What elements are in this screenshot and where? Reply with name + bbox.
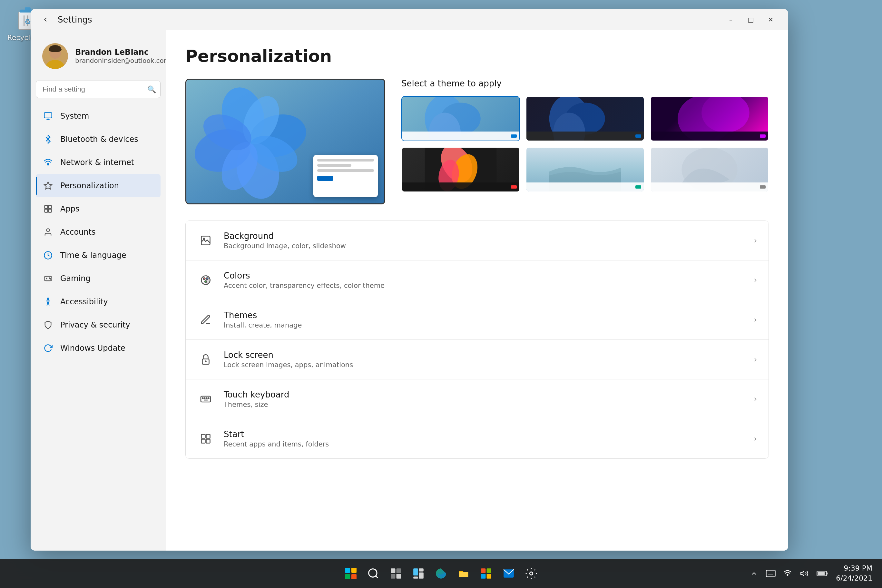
theme-selector-title: Select a theme to apply (401, 79, 769, 88)
volume-icon[interactable] (798, 568, 810, 579)
colors-title: Colors (224, 271, 744, 280)
svg-point-60 (205, 281, 207, 283)
sidebar-item-bluetooth[interactable]: Bluetooth & devices (36, 128, 160, 151)
sidebar-item-privacy[interactable]: Privacy & security (36, 314, 160, 336)
sidebar-item-apps[interactable]: Apps (36, 197, 160, 220)
privacy-icon (42, 319, 54, 331)
battery-icon[interactable] (815, 568, 830, 579)
sidebar-item-time[interactable]: Time & language (36, 244, 160, 267)
settings-item-background[interactable]: Background Background image, color, slid… (186, 221, 768, 261)
sidebar-item-update[interactable]: Windows Update (36, 336, 160, 360)
theme-card-win11-dark[interactable] (526, 96, 644, 141)
sidebar-item-label: Accounts (60, 228, 95, 237)
svg-rect-86 (396, 574, 401, 579)
start-title: Start (224, 429, 744, 439)
start-button[interactable] (342, 565, 359, 582)
back-button[interactable] (38, 13, 52, 27)
sidebar-item-accounts[interactable]: Accounts (36, 220, 160, 244)
lock-screen-chevron: › (754, 355, 757, 364)
sidebar-item-network[interactable]: Network & internet (36, 151, 160, 174)
theme-card-abstract[interactable] (650, 147, 769, 192)
lock-screen-title: Lock screen (224, 350, 744, 360)
sidebar-item-label: System (60, 111, 89, 121)
svg-point-104 (787, 574, 788, 575)
theme-selector: Select a theme to apply (401, 79, 769, 192)
taskbar-settings-button[interactable] (523, 565, 540, 582)
svg-rect-18 (45, 206, 48, 208)
settings-item-colors[interactable]: Colors Accent color, transparency effect… (186, 261, 768, 300)
close-button[interactable]: ✕ (761, 12, 780, 27)
wifi-icon[interactable] (782, 568, 794, 579)
theme-card-purple[interactable] (650, 96, 769, 141)
sidebar-item-label: Windows Update (60, 344, 125, 352)
taskbar-clock[interactable]: 9:39 PM 6/24/2021 (836, 564, 872, 584)
user-profile[interactable]: Brandon LeBlanc brandoninsider@outlook.c… (36, 38, 160, 74)
svg-rect-91 (481, 568, 486, 573)
lock-screen-icon (197, 351, 214, 368)
maximize-button[interactable]: □ (741, 12, 760, 27)
colors-desc: Accent color, transparency effects, colo… (224, 282, 744, 290)
keyboard-tray-icon (765, 568, 777, 579)
start-text: Start Recent apps and items, folders (224, 429, 744, 448)
svg-point-71 (206, 398, 207, 399)
theme-section: Select a theme to apply (185, 79, 769, 204)
svg-point-56 (203, 238, 205, 240)
svg-rect-21 (48, 209, 51, 212)
sidebar-item-label: Gaming (60, 274, 91, 283)
theme-card-floral[interactable] (401, 147, 520, 192)
themes-text: Themes Install, create, manage (224, 310, 744, 329)
sidebar-item-gaming[interactable]: Gaming (36, 267, 160, 290)
start-desc: Recent apps and items, folders (224, 440, 744, 448)
svg-rect-73 (201, 435, 206, 438)
svg-point-72 (208, 398, 209, 399)
svg-rect-78 (351, 568, 357, 573)
colors-chevron: › (754, 276, 757, 285)
background-chevron: › (754, 236, 757, 245)
svg-line-82 (375, 576, 378, 578)
nav-list: System Bluetooth & devices (36, 105, 160, 360)
desktop: ♻ Recycle Bin Settings – □ ✕ (0, 0, 882, 588)
time-icon (42, 249, 54, 261)
taskbar-right: 9:39 PM 6/24/2021 (748, 564, 872, 584)
sidebar-item-label: Personalization (60, 181, 119, 190)
start-chevron: › (754, 434, 757, 443)
accounts-icon (42, 226, 54, 238)
minimize-button[interactable]: – (721, 12, 741, 27)
widgets-button[interactable] (410, 565, 427, 582)
svg-rect-63 (201, 396, 210, 402)
svg-point-16 (47, 164, 49, 165)
settings-item-lock-screen[interactable]: Lock screen Lock screen images, apps, an… (186, 340, 768, 380)
svg-rect-87 (413, 568, 418, 575)
settings-item-themes[interactable]: Themes Install, create, manage › (186, 300, 768, 340)
sidebar-item-label: Accessibility (60, 297, 108, 306)
mail-button[interactable] (500, 565, 517, 582)
touch-keyboard-desc: Themes, size (224, 401, 744, 408)
svg-rect-74 (206, 435, 210, 438)
svg-rect-77 (345, 568, 350, 573)
sidebar-item-label: Network & internet (60, 158, 134, 167)
settings-window: Settings – □ ✕ (31, 9, 788, 550)
settings-item-touch-keyboard[interactable]: Touch keyboard Themes, size › (186, 380, 768, 419)
sidebar-item-personalization[interactable]: Personalization (36, 174, 160, 197)
svg-rect-84 (396, 568, 401, 573)
svg-point-69 (202, 398, 203, 399)
store-button[interactable] (478, 565, 495, 582)
search-input[interactable] (36, 81, 160, 98)
theme-card-water[interactable] (526, 147, 644, 192)
task-view-button[interactable] (387, 565, 404, 582)
personalization-icon (42, 180, 54, 192)
taskbar-search-button[interactable] (365, 565, 382, 582)
background-title: Background (224, 231, 744, 241)
colors-text: Colors Accent color, transparency effect… (224, 271, 744, 290)
apps-icon (42, 203, 54, 215)
tray-overflow-button[interactable] (748, 568, 760, 579)
file-explorer-button[interactable] (455, 565, 472, 582)
sidebar-item-system[interactable]: System (36, 105, 160, 128)
settings-item-start[interactable]: Start Recent apps and items, folders › (186, 419, 768, 458)
svg-rect-92 (487, 568, 491, 573)
theme-card-win11-light[interactable] (401, 96, 520, 141)
sidebar-item-accessibility[interactable]: Accessibility (36, 290, 160, 314)
search-icon: 🔍 (147, 86, 156, 93)
themes-desc: Install, create, manage (224, 321, 744, 329)
edge-button[interactable] (433, 565, 449, 582)
